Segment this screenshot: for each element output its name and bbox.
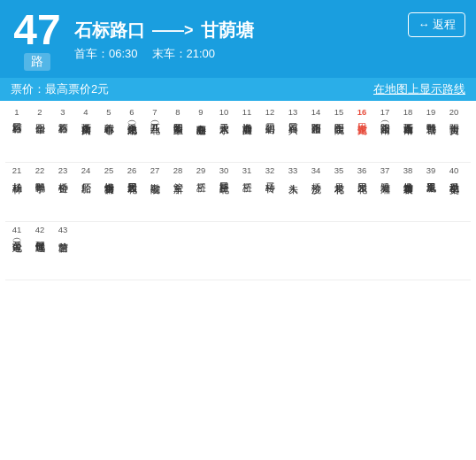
stop-item-14[interactable]: 14金阳西路 xyxy=(304,104,327,162)
map-link[interactable]: 在地图上显示路线 xyxy=(373,81,465,97)
stop-item-24[interactable]: 24轮胎厂 xyxy=(74,163,97,220)
stop-name: 碧海商业广场 xyxy=(241,117,253,159)
stop-name: 轮胎厂 xyxy=(80,176,92,218)
stop-item-42[interactable]: 42通银配件城 xyxy=(28,222,51,280)
stop-name: 三桥 xyxy=(195,176,207,218)
stop-number: 33 xyxy=(288,165,298,175)
route-times: 首车：06:30 末车：21:00 xyxy=(74,46,397,62)
first-bus: 首车：06:30 xyxy=(74,46,138,62)
stop-name: 西南美食广场 xyxy=(80,117,92,159)
stop-item-10[interactable]: 10碧水云天 xyxy=(212,104,235,162)
stop-name: 天然居花园 xyxy=(126,176,138,218)
stop-item-28[interactable]: 28车管所 xyxy=(166,163,189,220)
stop-name: 三桥 xyxy=(241,176,253,218)
stop-item-23[interactable]: 23金钟桥 xyxy=(51,163,74,220)
stop-number: 40 xyxy=(449,165,459,175)
stop-name: 省勘院 xyxy=(149,176,161,218)
stop-number: 16 xyxy=(357,107,367,117)
stop-item-2[interactable]: 2金华园 xyxy=(28,104,51,162)
stop-item-16[interactable]: 16龙泉宾馆街口 xyxy=(350,104,373,162)
stop-number: 3 xyxy=(60,107,65,117)
stop-item-22[interactable]: 22野鸭中学 xyxy=(28,163,51,220)
route-label: 路 xyxy=(24,53,50,71)
stop-item-41[interactable]: 41电建（公司） xyxy=(5,222,28,280)
stop-name: 二桥转 xyxy=(264,176,276,218)
stop-row-0: 1石标路口2金华园3石标路4西南美食广场5市行政中心6绿色未来（北门）7八匹马（… xyxy=(5,104,471,163)
stop-name: 浣沙桥 xyxy=(310,176,322,218)
stop-number: 20 xyxy=(449,107,459,117)
stop-number: 31 xyxy=(242,165,252,175)
stop-item-9[interactable]: 9新瑞商业中心 xyxy=(189,104,212,162)
stop-number: 8 xyxy=(175,107,180,117)
stop-item-27[interactable]: 27省勘院 xyxy=(143,163,166,220)
stop-item-6[interactable]: 6绿色未来（北门） xyxy=(120,104,143,162)
stop-item-26[interactable]: 26天然居花园 xyxy=(120,163,143,220)
stop-name: 新瑞商业中心 xyxy=(195,117,207,159)
stop-item-8[interactable]: 8黎阳家业园 xyxy=(166,104,189,162)
stop-number: 1 xyxy=(14,107,19,117)
stop-number: 14 xyxy=(311,107,321,117)
stop-name: 柏杨林 xyxy=(11,176,23,218)
stop-name: 市行政中心 xyxy=(103,117,115,159)
stop-number: 19 xyxy=(426,107,436,117)
stop-item-17[interactable]: 17金阳南路（… xyxy=(373,104,396,162)
stop-item-13[interactable]: 13兴石路口 xyxy=(281,104,304,162)
stop-item-4[interactable]: 4西南美食广场 xyxy=(74,104,97,162)
stop-item-34[interactable]: 34浣沙桥 xyxy=(304,163,327,220)
stop-name: 金阳南路（… xyxy=(379,117,391,159)
sub-header: 票价：最高票价2元 在地图上显示路线 xyxy=(0,78,476,101)
stop-item-30[interactable]: 30三桥北路口 xyxy=(212,163,235,220)
stop-name: 龙泉宾馆街口 xyxy=(356,117,368,159)
stop-item-33[interactable]: 33头木 xyxy=(281,163,304,220)
stop-item-1[interactable]: 1石标路口 xyxy=(5,104,28,162)
stop-number: 27 xyxy=(150,165,160,175)
stop-number: 28 xyxy=(173,165,183,175)
stop-item-11[interactable]: 11碧海商业广场 xyxy=(235,104,258,162)
stop-item-20[interactable]: 20贵阳首大 xyxy=(442,104,465,162)
stop-item-15[interactable]: 15金阳医院 xyxy=(327,104,350,162)
stop-item-5[interactable]: 5市行政中心 xyxy=(97,104,120,162)
stop-item-3[interactable]: 3石标路 xyxy=(51,104,74,162)
stop-name: 八匹马（北） xyxy=(149,117,161,159)
stop-name: 花果村 xyxy=(333,176,345,218)
stop-name: 碧阳二幻 xyxy=(264,117,276,159)
stop-number: 38 xyxy=(403,165,413,175)
stop-name: 金钟桥 xyxy=(57,176,69,218)
stop-item-31[interactable]: 31三桥 xyxy=(235,163,258,220)
stop-number: 25 xyxy=(104,165,114,175)
stop-name: 碧水云天 xyxy=(218,117,230,159)
stop-item-18[interactable]: 18西南五金市场 xyxy=(396,104,419,162)
stop-item-25[interactable]: 25金关钢材市场 xyxy=(97,163,120,220)
stop-name: 绿色未来（北门） xyxy=(126,117,138,159)
stop-item-29[interactable]: 29三桥 xyxy=(189,163,212,220)
stop-number: 24 xyxy=(81,165,91,175)
stop-number: 12 xyxy=(265,107,275,117)
stop-number: 11 xyxy=(242,107,252,117)
stop-item-38[interactable]: 38新发装饰市场 xyxy=(396,163,419,220)
stop-item-19[interactable]: 19野鸭塘首 xyxy=(419,104,442,162)
page-wrapper: 47 路 石标路口 ——> 甘荫塘 首车：06:30 末车：21:00 ↔ 返程… xyxy=(0,0,476,284)
stop-item-35[interactable]: 35花果村 xyxy=(327,163,350,220)
stop-name: 电建（公司） xyxy=(11,234,23,277)
stop-item-36[interactable]: 36花果园 xyxy=(350,163,373,220)
from-stop: 石标路口 xyxy=(74,19,145,42)
stop-item-40[interactable]: 40机动车交易… xyxy=(442,163,465,220)
stop-item-43[interactable]: 43甘荫塘 xyxy=(51,222,74,280)
stop-item-12[interactable]: 12碧阳二幻 xyxy=(258,104,281,162)
stop-name: 机动车交易… xyxy=(448,176,460,218)
stop-item-37[interactable]: 37湘雅堤 xyxy=(373,163,396,220)
stop-number: 23 xyxy=(58,165,68,175)
stop-item-39[interactable]: 39凤凰翠堤… xyxy=(419,163,442,220)
stop-number: 30 xyxy=(219,165,229,175)
stop-number: 21 xyxy=(12,165,22,175)
stop-number: 4 xyxy=(83,107,88,117)
stop-name: 头木 xyxy=(287,176,299,218)
return-button[interactable]: ↔ 返程 xyxy=(408,12,465,37)
stop-item-21[interactable]: 21柏杨林 xyxy=(5,163,28,220)
stop-item-7[interactable]: 7八匹马（北） xyxy=(143,104,166,162)
stop-name: 金阳西路 xyxy=(310,117,322,159)
stop-number: 36 xyxy=(357,165,367,175)
stop-number: 5 xyxy=(106,107,111,117)
stop-item-32[interactable]: 32二桥转 xyxy=(258,163,281,220)
stop-number: 37 xyxy=(380,165,390,175)
